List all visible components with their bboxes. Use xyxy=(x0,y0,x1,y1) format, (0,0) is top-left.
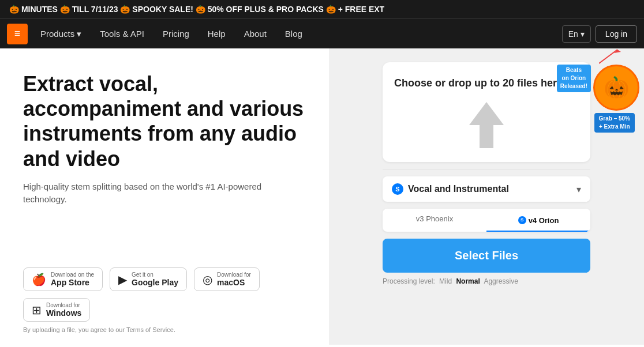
separator xyxy=(383,169,590,169)
chevron-down-icon: ▾ xyxy=(581,29,585,39)
nav-help[interactable]: Help xyxy=(200,24,234,43)
macos-badge[interactable]: ◎ Download for macOS xyxy=(194,267,260,291)
windows-badge[interactable]: ⊞ Download for Windows xyxy=(23,298,90,322)
nav-items: Products ▾ Tools & API Pricing Help Abou… xyxy=(32,24,562,44)
promo-banner: 🎃 MINUTES 🎃 TILL 7/11/23 🎃 SPOOKY SALE! … xyxy=(0,0,644,18)
chevron-down-icon: ▾ xyxy=(576,184,581,195)
drop-text: Choose or drop up to 20 files here xyxy=(394,76,563,90)
model-icon: S xyxy=(392,183,403,195)
nav-about[interactable]: About xyxy=(236,24,275,43)
terms-text: By uploading a file, you agree to our Te… xyxy=(23,326,306,333)
processing-level: Processing level: Mild Normal Aggressive xyxy=(383,277,590,285)
version-tabs: v3 Phoenix S v4 Orion xyxy=(383,209,590,232)
login-button[interactable]: Log in xyxy=(596,25,637,43)
halloween-promo[interactable]: Beatson OrionReleased! 🎃 Grab – 50%+ Ext… xyxy=(576,53,639,116)
nav-blog[interactable]: Blog xyxy=(277,24,310,43)
upload-arrow-icon xyxy=(469,102,504,148)
banner-text: 🎃 MINUTES 🎃 TILL 7/11/23 🎃 SPOOKY SALE! … xyxy=(9,5,384,14)
hero-title: Extract vocal, accompaniment and various… xyxy=(23,71,306,171)
tab-v4-orion[interactable]: S v4 Orion xyxy=(486,209,590,232)
navbar-right: En ▾ Log in xyxy=(562,25,637,43)
windows-icon: ⊞ xyxy=(32,303,42,317)
select-files-button[interactable]: Select Files xyxy=(383,239,590,273)
model-label: S Vocal and Instrumental xyxy=(392,183,509,195)
beats-badge: Beatson OrionReleased! xyxy=(557,65,591,92)
language-selector[interactable]: En ▾ xyxy=(562,25,591,43)
grab-promo-badge: Grab – 50%+ Extra Min xyxy=(594,113,635,133)
chevron-down-icon: ▾ xyxy=(77,29,81,39)
right-panel: Beatson OrionReleased! 🎃 Grab – 50%+ Ext… xyxy=(329,48,644,345)
svg-line-0 xyxy=(599,50,617,63)
hero-section: Extract vocal, accompaniment and various… xyxy=(23,71,306,225)
app-store-badge[interactable]: 🍎 Download on the App Store xyxy=(23,267,103,291)
google-play-badge[interactable]: ▶ Get it on Google Play xyxy=(110,267,187,291)
main-content: Extract vocal, accompaniment and various… xyxy=(0,48,644,345)
svg-marker-2 xyxy=(469,102,504,148)
navbar: ≡ Products ▾ Tools & API Pricing Help Ab… xyxy=(0,18,644,48)
upload-icon-area xyxy=(394,102,579,148)
download-section: 🍎 Download on the App Store ▶ Get it on … xyxy=(23,267,306,333)
tab-v3-phoenix[interactable]: v3 Phoenix xyxy=(383,209,486,232)
model-dropdown[interactable]: S Vocal and Instrumental ▾ xyxy=(383,176,590,202)
apple-icon: 🍎 xyxy=(32,273,46,286)
macos-icon: ◎ xyxy=(203,273,212,286)
play-icon: ▶ xyxy=(118,273,127,286)
pumpkin-icon: 🎃 xyxy=(593,65,639,111)
nav-products[interactable]: Products ▾ xyxy=(32,24,89,44)
nav-tools[interactable]: Tools & API xyxy=(92,24,152,43)
orion-icon: S xyxy=(518,216,526,224)
hero-subtitle: High-quality stem splitting based on the… xyxy=(23,180,306,206)
arrow-icon xyxy=(599,47,622,65)
logo[interactable]: ≡ xyxy=(7,24,28,44)
download-badges: 🍎 Download on the App Store ▶ Get it on … xyxy=(23,267,306,322)
nav-pricing[interactable]: Pricing xyxy=(155,24,197,43)
left-panel: Extract vocal, accompaniment and various… xyxy=(0,48,329,345)
